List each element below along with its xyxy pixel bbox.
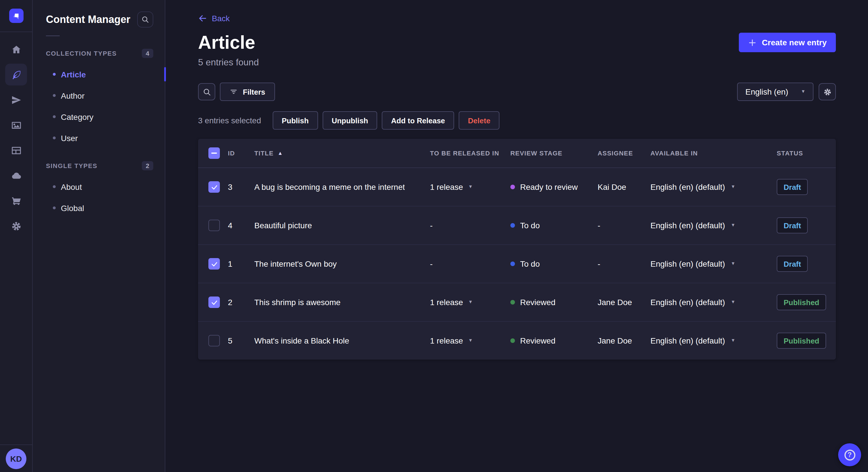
row-checkbox[interactable] <box>208 181 220 193</box>
subnav-section: SINGLE TYPES2AboutGlobal <box>32 161 165 218</box>
stage-label: To do <box>520 259 540 268</box>
row-available-in[interactable]: English (en) (default)▼ <box>650 221 777 230</box>
entries-count-text: 5 entries found <box>198 57 836 68</box>
column-header-title[interactable]: TITLE▲ <box>254 150 430 157</box>
stage-dot-icon <box>510 223 515 228</box>
marketplace-cart-icon[interactable] <box>0 188 32 213</box>
user-avatar[interactable]: KD <box>6 448 26 469</box>
media-library-icon[interactable] <box>0 112 32 138</box>
chevron-down-icon: ▼ <box>731 185 735 189</box>
create-new-entry-button[interactable]: Create new entry <box>739 33 836 52</box>
view-settings-button[interactable] <box>818 83 836 100</box>
subnav-item-about[interactable]: About <box>32 176 165 197</box>
stage-dot-icon <box>510 300 515 305</box>
subnav-item-label: User <box>61 133 78 142</box>
bullet-icon <box>53 136 56 139</box>
row-checkbox[interactable] <box>208 297 220 308</box>
chevron-down-icon: ▼ <box>731 300 735 305</box>
subnav-item-category[interactable]: Category <box>32 106 165 127</box>
row-available-in[interactable]: English (en) (default)▼ <box>650 336 777 345</box>
bullet-icon <box>53 73 56 76</box>
help-button[interactable]: ? <box>838 443 861 466</box>
filters-button[interactable]: Filters <box>220 82 275 101</box>
subnav-item-user[interactable]: User <box>32 127 165 148</box>
row-id: 1 <box>228 259 254 268</box>
unpublish-button[interactable]: Unpublish <box>322 111 377 130</box>
subnav-item-author[interactable]: Author <box>32 85 165 106</box>
column-header-review-stage[interactable]: REVIEW STAGE <box>510 150 598 157</box>
strapi-logo[interactable] <box>0 0 32 32</box>
page-title: Article <box>198 32 255 53</box>
row-release[interactable]: 1 release▼ <box>430 182 510 192</box>
releases-plane-icon[interactable] <box>0 87 32 112</box>
row-assignee: Jane Doe <box>598 298 650 307</box>
locale-select[interactable]: English (en) ▼ <box>737 82 813 101</box>
delete-button[interactable]: Delete <box>459 111 499 130</box>
section-count-badge: 2 <box>142 161 153 170</box>
release-label: 1 release <box>430 182 463 192</box>
column-header-assignee[interactable]: ASSIGNEE <box>598 150 650 157</box>
chevron-down-icon: ▼ <box>468 338 473 343</box>
column-header-id[interactable]: ID <box>228 150 254 157</box>
row-assignee: Kai Doe <box>598 182 650 192</box>
cloud-icon[interactable] <box>0 163 32 188</box>
stage-label: Reviewed <box>520 336 555 345</box>
chevron-down-icon: ▼ <box>731 338 735 343</box>
stage-label: Reviewed <box>520 298 555 307</box>
help-question-icon: ? <box>844 449 855 460</box>
rail-icon-list <box>0 32 32 239</box>
bullet-icon <box>53 206 56 209</box>
chevron-down-icon: ▼ <box>801 90 805 94</box>
table-row[interactable]: 2 This shrimp is awesome 1 release▼ Revi… <box>198 283 836 322</box>
filter-icon <box>229 88 238 96</box>
home-icon[interactable] <box>0 37 32 62</box>
row-title: Beautiful picture <box>254 221 312 230</box>
row-checkbox[interactable] <box>208 335 220 346</box>
section-count-badge: 4 <box>142 49 153 58</box>
status-badge: Draft <box>777 179 808 195</box>
settings-gear-icon[interactable] <box>0 213 32 239</box>
column-header-available-in[interactable]: AVAILABLE IN <box>650 150 777 157</box>
add-to-release-button[interactable]: Add to Release <box>382 111 454 130</box>
row-release[interactable]: 1 release▼ <box>430 336 510 345</box>
bullet-icon <box>53 185 56 188</box>
search-button[interactable] <box>198 83 215 100</box>
section-label: COLLECTION TYPES <box>46 50 117 57</box>
content-manager-feather-icon[interactable] <box>0 62 32 87</box>
subnav-item-article[interactable]: Article <box>32 64 165 85</box>
row-assignee: - <box>598 259 650 268</box>
create-new-entry-label: Create new entry <box>762 38 827 47</box>
row-review-stage: Reviewed <box>510 298 598 307</box>
available-locale-label: English (en) (default) <box>650 298 725 307</box>
subnav-item-label: Article <box>61 70 86 79</box>
row-release[interactable]: 1 release▼ <box>430 298 510 307</box>
chevron-down-icon: ▼ <box>468 185 473 189</box>
column-header-to-be-released-in[interactable]: TO BE RELEASED IN <box>430 150 510 157</box>
chevron-down-icon: ▼ <box>468 300 473 305</box>
row-available-in[interactable]: English (en) (default)▼ <box>650 182 777 192</box>
main-content: Back Article Create new entry 5 entries … <box>166 0 868 472</box>
table-row[interactable]: 4 Beautiful picture - To do - English (e… <box>198 206 836 245</box>
subnav-item-global[interactable]: Global <box>32 197 165 218</box>
table-row[interactable]: 5 What's inside a Black Hole 1 release▼ … <box>198 322 836 360</box>
status-badge: Draft <box>777 217 808 233</box>
row-available-in[interactable]: English (en) (default)▼ <box>650 298 777 307</box>
chevron-down-icon: ▼ <box>731 223 735 228</box>
column-header-status[interactable]: STATUS <box>777 150 826 157</box>
publish-button[interactable]: Publish <box>272 111 318 130</box>
section-label: SINGLE TYPES <box>46 162 97 169</box>
table-row[interactable]: 3 A bug is becoming a meme on the intern… <box>198 168 836 206</box>
table-row[interactable]: 1 The internet's Own boy - To do - Engli… <box>198 245 836 283</box>
search-icon <box>141 15 149 24</box>
selected-count-text: 3 entries selected <box>198 116 261 125</box>
row-checkbox[interactable] <box>208 220 220 231</box>
content-type-builder-icon[interactable] <box>0 138 32 163</box>
row-available-in[interactable]: English (en) (default)▼ <box>650 259 777 268</box>
select-all-checkbox[interactable] <box>208 147 220 159</box>
active-indicator <box>164 67 166 81</box>
subnav-item-label: About <box>61 182 82 191</box>
row-checkbox[interactable] <box>208 258 220 270</box>
table-body: 3 A bug is becoming a meme on the intern… <box>198 168 836 360</box>
back-link[interactable]: Back <box>198 14 229 23</box>
subnav-search-button[interactable] <box>137 11 153 28</box>
